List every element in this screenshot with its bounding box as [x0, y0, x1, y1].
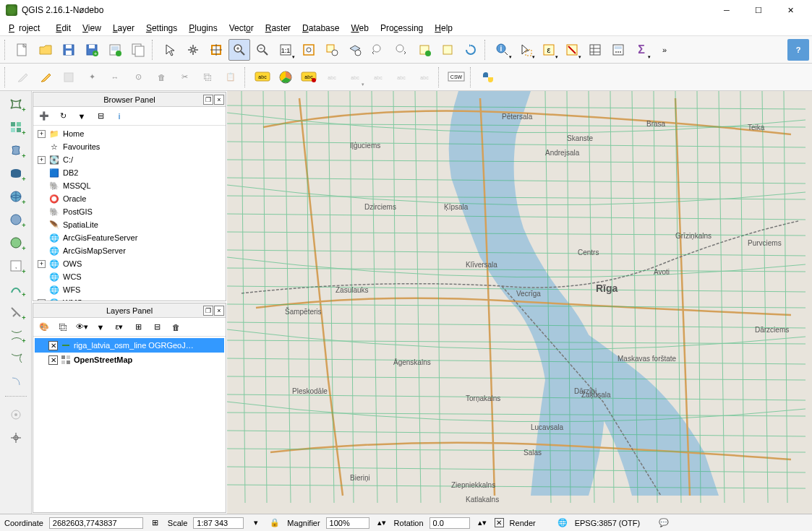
show-bookmarks-button[interactable] [437, 39, 458, 61]
layers-collapse-button[interactable]: ⊟ [149, 319, 165, 335]
messages-button[interactable]: 💬 [657, 517, 670, 530]
open-project-button[interactable] [35, 39, 56, 61]
magnifier-input[interactable] [326, 517, 369, 529]
save-edits-button[interactable] [58, 66, 80, 88]
menu-web[interactable]: Web [346, 22, 372, 35]
toolbar-overflow[interactable]: » [654, 39, 675, 61]
statistics-button[interactable]: Σ [631, 39, 652, 61]
add-wfs-layer-button[interactable]: + [4, 233, 28, 253]
render-checkbox[interactable]: ✕ [495, 518, 504, 527]
toggle-editing-button[interactable] [35, 66, 56, 88]
toggle-extents-button[interactable]: ⊞ [149, 517, 162, 530]
layer-item[interactable]: ✕riga_latvia_osm_line OGRGeoJ… [35, 338, 224, 353]
open-attribute-table-button[interactable] [584, 39, 606, 61]
diagram-button[interactable] [275, 66, 296, 88]
pan-to-selection-button[interactable] [205, 39, 227, 61]
current-edits-button[interactable] [12, 66, 33, 88]
deselect-button[interactable] [561, 39, 583, 61]
python-console-button[interactable] [477, 66, 499, 88]
delete-selected-button[interactable]: 🗑 [150, 66, 172, 88]
identify-button[interactable]: i [492, 39, 513, 61]
add-feature-button[interactable]: ✦ [81, 66, 103, 88]
layer-checkbox[interactable]: ✕ [48, 355, 58, 365]
add-virtual-layer-button[interactable]: + [4, 325, 28, 345]
layers-remove-button[interactable]: 🗑 [168, 319, 184, 335]
menu-project[interactable]: Project [4, 22, 48, 35]
add-vector-layer-button[interactable]: + [4, 94, 28, 114]
layers-tree[interactable]: ✕riga_latvia_osm_line OGRGeoJ…✕OpenStree… [33, 337, 226, 512]
layers-undock-button[interactable]: ❐ [203, 306, 213, 316]
tree-item[interactable]: 🌐WCS [35, 270, 224, 283]
browser-collapse-button[interactable]: ⊟ [93, 108, 108, 124]
new-composer-button[interactable] [104, 39, 126, 61]
add-delimited-layer-button[interactable]: ,+ [4, 256, 28, 276]
layers-expand-button[interactable]: ⊞ [130, 319, 146, 335]
tree-item[interactable]: ☆Favourites [35, 140, 224, 153]
crs-icon[interactable]: 🌐 [556, 517, 569, 530]
zoom-selection-button[interactable] [321, 39, 343, 61]
save-as-button[interactable]: + [81, 39, 103, 61]
layer-checkbox[interactable]: ✕ [48, 341, 58, 350]
zoom-next-button[interactable] [390, 39, 412, 61]
tree-item[interactable]: +🌐OWS [35, 257, 224, 270]
abc-show-button[interactable]: abc [344, 66, 366, 88]
field-calculator-button[interactable] [607, 39, 629, 61]
browser-filter-button[interactable]: ▼ [74, 108, 90, 124]
pan-button[interactable] [182, 39, 204, 61]
help-button[interactable]: ? [787, 39, 809, 61]
menu-plugins[interactable]: Plugins [184, 22, 221, 35]
map-canvas[interactable]: RīgaCentrsAndrejsalaSkanstePētersalaIļģu… [227, 91, 812, 514]
tree-item[interactable]: 🌐ArcGisFeatureServer [35, 231, 224, 244]
zoom-full-button[interactable] [298, 39, 320, 61]
maximize-button[interactable]: ☐ [743, 0, 774, 20]
copy-button[interactable]: ⿻ [197, 66, 218, 88]
add-mssql-layer-button[interactable]: + [4, 279, 28, 299]
rotation-input[interactable] [429, 517, 470, 529]
add-spatialite-layer-button[interactable]: + [4, 140, 28, 160]
scale-dropdown[interactable]: ▾ [249, 517, 262, 530]
browser-close-button[interactable]: × [214, 95, 224, 105]
layers-add-group-button[interactable]: ⿻ [55, 319, 71, 335]
tree-item[interactable]: 🐘MSSQL [35, 179, 224, 192]
coordinate-capture-button[interactable] [4, 428, 28, 448]
new-project-button[interactable] [12, 39, 33, 61]
tree-item[interactable]: 🟦DB2 [35, 166, 224, 179]
close-button[interactable]: ✕ [774, 0, 806, 20]
abc-label-button[interactable]: abc [252, 66, 273, 88]
menu-help[interactable]: Help [430, 22, 457, 35]
abc-rotate-button[interactable]: abc [390, 66, 412, 88]
tree-item[interactable]: 🪶SpatiaLite [35, 218, 224, 231]
save-project-button[interactable] [58, 39, 80, 61]
magnifier-stepper[interactable]: ▴▾ [375, 517, 388, 530]
browser-undock-button[interactable]: ❐ [203, 95, 213, 105]
tree-item[interactable]: +💽C:/ [35, 153, 224, 166]
menu-processing[interactable]: Processing [376, 22, 427, 35]
select-by-expression-button[interactable]: ε [538, 39, 560, 61]
scale-lock-button[interactable]: 🔒 [268, 517, 281, 530]
zoom-out-button[interactable] [252, 39, 273, 61]
browser-properties-button[interactable]: i [111, 108, 127, 124]
menu-raster[interactable]: Raster [261, 22, 295, 35]
paste-button[interactable]: 📋 [220, 66, 242, 88]
zoom-native-button[interactable]: 1:1 [275, 39, 296, 61]
browser-add-layer-button[interactable]: ➕ [36, 108, 52, 124]
move-feature-button[interactable]: ↔ [104, 66, 126, 88]
composer-manager-button[interactable] [127, 39, 149, 61]
new-shapefile-button[interactable] [4, 348, 28, 368]
tree-item[interactable]: +📁Home [35, 127, 224, 140]
add-wms-layer-button[interactable]: + [4, 186, 28, 207]
zoom-last-button[interactable] [367, 39, 389, 61]
new-bookmark-button[interactable] [414, 39, 435, 61]
crs-label[interactable]: EPSG:3857 (OTF) [575, 519, 640, 527]
layers-close-button[interactable]: × [214, 306, 224, 316]
menu-database[interactable]: Database [298, 22, 343, 35]
browser-tree[interactable]: +📁Home☆Favourites+💽C:/🟦DB2🐘MSSQL⭕Oracle🐘… [33, 126, 226, 301]
zoom-in-button[interactable] [228, 39, 250, 61]
abc-highlight-button[interactable]: abc [298, 66, 320, 88]
tree-item[interactable]: 🌐ArcGisMapServer [35, 244, 224, 257]
tree-item[interactable]: ⭕Oracle [35, 192, 224, 205]
layers-style-button[interactable]: 🎨 [36, 319, 52, 335]
menu-view[interactable]: View [78, 22, 106, 35]
tree-item[interactable]: 🐘PostGIS [35, 205, 224, 218]
add-postgis-layer-button[interactable]: + [4, 163, 28, 184]
